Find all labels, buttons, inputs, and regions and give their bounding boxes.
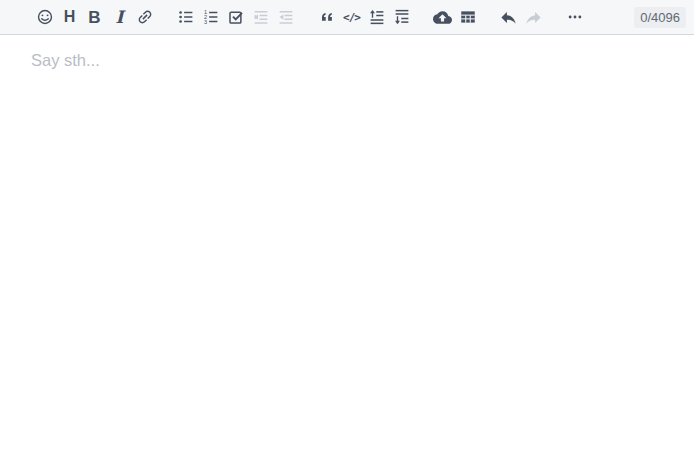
quote-button[interactable] [314,5,339,30]
insert-before-button[interactable] [364,5,389,30]
ordered-list-button[interactable]: 1 2 3 [198,5,223,30]
emoji-icon [36,8,54,26]
heading-icon: H [64,9,76,25]
outdent-icon [252,8,270,26]
quote-icon [318,8,336,26]
editor-toolbar: H B I 1 2 3 [0,0,694,35]
link-button[interactable] [132,5,157,30]
emoji-button[interactable] [32,5,57,30]
editor-placeholder: Say sth... [31,51,100,69]
link-icon [136,8,154,26]
task-list-button[interactable] [223,5,248,30]
redo-icon [524,8,543,27]
unordered-list-button[interactable] [173,5,198,30]
italic-button[interactable]: I [107,5,132,30]
italic-icon: I [116,9,124,26]
char-counter: 0/4096 [634,7,686,28]
check-icon [227,8,245,26]
unordered-list-icon [177,8,195,26]
svg-text:3: 3 [203,19,206,25]
heading-button[interactable]: H [57,5,82,30]
undo-button[interactable] [496,5,521,30]
table-icon [459,8,477,26]
code-icon: </> [343,12,360,23]
editor-content-area[interactable]: Say sth... [0,35,694,235]
more-ellipsis-icon [566,8,584,26]
undo-icon [499,8,518,27]
cloud-upload-icon [433,8,452,27]
more-button[interactable] [562,5,587,30]
bold-icon: B [88,9,100,26]
bold-button[interactable]: B [82,5,107,30]
insert-before-icon [368,8,386,26]
table-button[interactable] [455,5,480,30]
indent-button[interactable] [273,5,298,30]
indent-icon [277,8,295,26]
outdent-button[interactable] [248,5,273,30]
code-button[interactable]: </> [339,5,364,30]
markdown-editor: H B I 1 2 3 [0,0,694,458]
upload-button[interactable] [430,5,455,30]
insert-after-icon [393,8,411,26]
ordered-list-icon: 1 2 3 [202,8,220,26]
insert-after-button[interactable] [389,5,414,30]
redo-button[interactable] [521,5,546,30]
